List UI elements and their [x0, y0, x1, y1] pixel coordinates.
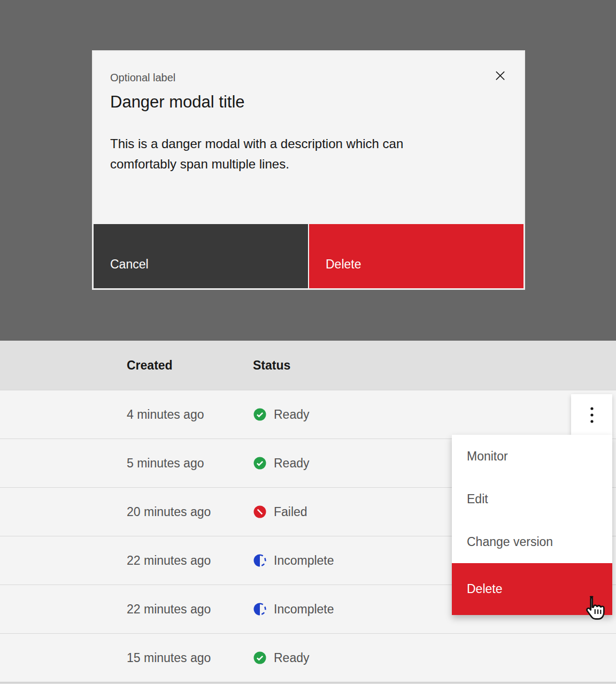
- table-row: 15 minutes agoReady: [0, 633, 616, 682]
- modal-description: This is a danger modal with a descriptio…: [110, 134, 460, 174]
- overflow-dots-icon: [589, 406, 595, 424]
- menu-item-monitor[interactable]: Monitor: [452, 435, 612, 478]
- status-label: Ready: [274, 408, 309, 422]
- status-label: Ready: [274, 651, 309, 665]
- table-header-row: Created Status: [0, 341, 616, 390]
- cancel-button[interactable]: Cancel: [94, 224, 308, 288]
- cell-created: 20 minutes ago: [0, 505, 253, 519]
- menu-item-delete[interactable]: Delete: [452, 563, 612, 615]
- cell-created: 22 minutes ago: [0, 602, 253, 617]
- modal-button-group: Cancel Delete: [93, 224, 524, 289]
- checkmark-filled-icon: [253, 408, 267, 421]
- menu-item-change-version[interactable]: Change version: [452, 520, 612, 563]
- table-row: 4 minutes agoReady: [0, 390, 616, 439]
- status-label: Failed: [274, 505, 307, 519]
- status-label: Ready: [274, 456, 309, 471]
- cell-status: Ready: [253, 408, 616, 422]
- misuse-icon: [253, 505, 267, 519]
- status-label: Incomplete: [274, 602, 334, 617]
- column-header-status: Status: [253, 358, 616, 373]
- overflow-menu-button[interactable]: [571, 394, 612, 435]
- close-icon: [494, 70, 506, 82]
- column-header-created: Created: [0, 358, 253, 373]
- menu-item-edit[interactable]: Edit: [452, 478, 612, 520]
- cell-created: 15 minutes ago: [0, 651, 253, 665]
- cell-created: 5 minutes ago: [0, 456, 253, 471]
- modal-header: Optional label Danger modal title This i…: [93, 51, 524, 174]
- checkmark-filled-icon: [253, 456, 267, 470]
- modal-optional-label: Optional label: [110, 71, 507, 84]
- close-button[interactable]: [488, 63, 512, 88]
- incomplete-icon: [253, 554, 267, 567]
- table-bottom-strip: [0, 682, 616, 684]
- checkmark-filled-icon: [253, 651, 267, 665]
- delete-button[interactable]: Delete: [309, 224, 523, 288]
- status-label: Incomplete: [274, 554, 334, 568]
- incomplete-icon: [253, 602, 267, 616]
- cell-created: 4 minutes ago: [0, 408, 253, 422]
- modal-title: Danger modal title: [110, 91, 507, 113]
- cell-created: 22 minutes ago: [0, 554, 253, 568]
- cell-status: Ready: [253, 651, 616, 665]
- danger-modal: Optional label Danger modal title This i…: [93, 51, 524, 289]
- overflow-menu-popup: MonitorEditChange versionDelete: [452, 435, 612, 615]
